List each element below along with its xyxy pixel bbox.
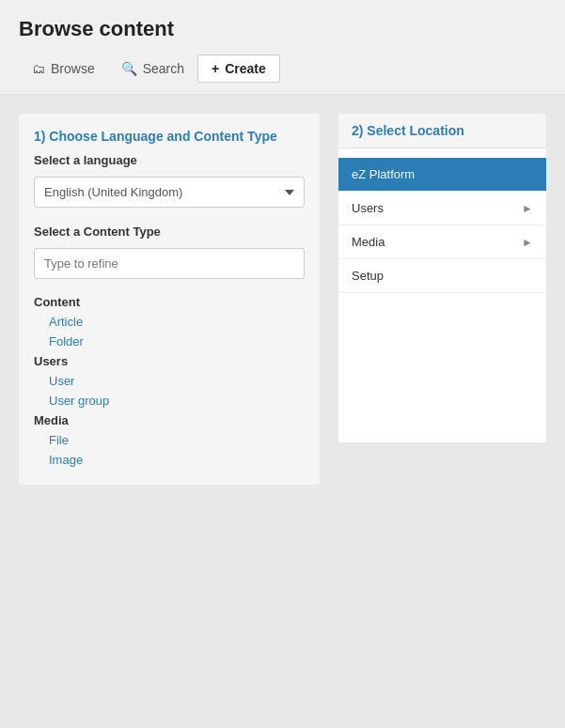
ct-user-group[interactable]: User group (34, 391, 305, 410)
tab-bar: 🗂 Browse 🔍 Search + Create (19, 54, 546, 83)
search-icon: 🔍 (121, 61, 137, 76)
location-setup-label: Setup (352, 269, 384, 283)
location-media[interactable]: Media ► (338, 225, 546, 259)
tab-search-label: Search (143, 61, 184, 76)
tab-browse[interactable]: 🗂 Browse (19, 55, 108, 82)
right-panel: 2) Select Location eZ Platform Users ► M… (338, 114, 546, 442)
main-content: 1) Choose Language and Content Type Sele… (0, 95, 565, 503)
tab-create-label: Create (225, 61, 266, 76)
browse-icon: 🗂 (32, 61, 45, 76)
location-setup[interactable]: Setup (338, 259, 546, 293)
left-panel: 1) Choose Language and Content Type Sele… (19, 114, 320, 485)
location-users[interactable]: Users ► (338, 192, 546, 225)
location-users-label: Users (352, 201, 384, 215)
tab-search[interactable]: 🔍 Search (108, 55, 197, 82)
group-media: Media (34, 410, 305, 430)
content-type-list: Content Article Folder Users User User g… (34, 292, 305, 470)
location-ez-platform[interactable]: eZ Platform (338, 158, 546, 192)
ct-user[interactable]: User (34, 371, 305, 391)
refine-input[interactable] (34, 248, 305, 279)
tab-browse-label: Browse (51, 61, 95, 76)
tab-create[interactable]: + Create (197, 54, 280, 83)
page-header: Browse content 🗂 Browse 🔍 Search + Creat… (0, 0, 565, 95)
language-select-wrapper: English (United Kingdom) French German S… (34, 177, 305, 208)
ct-article[interactable]: Article (34, 312, 305, 332)
create-icon: + (212, 61, 219, 76)
group-users: Users (34, 351, 305, 371)
chevron-right-icon-media: ► (522, 236, 533, 249)
ct-image[interactable]: Image (34, 450, 305, 470)
ct-folder[interactable]: Folder (34, 332, 305, 351)
group-content: Content (34, 292, 305, 312)
chevron-right-icon: ► (522, 202, 533, 215)
language-select[interactable]: English (United Kingdom) French German S… (34, 177, 305, 208)
ct-file[interactable]: File (34, 430, 305, 450)
content-type-section: Select a Content Type Content Article Fo… (34, 225, 305, 470)
location-media-label: Media (352, 235, 385, 249)
right-panel-title: 2) Select Location (338, 114, 546, 148)
content-type-label: Select a Content Type (34, 225, 305, 239)
location-ez-platform-label: eZ Platform (352, 167, 415, 181)
language-label: Select a language (34, 153, 305, 167)
page-title: Browse content (19, 17, 546, 41)
left-panel-title: 1) Choose Language and Content Type (34, 129, 305, 144)
